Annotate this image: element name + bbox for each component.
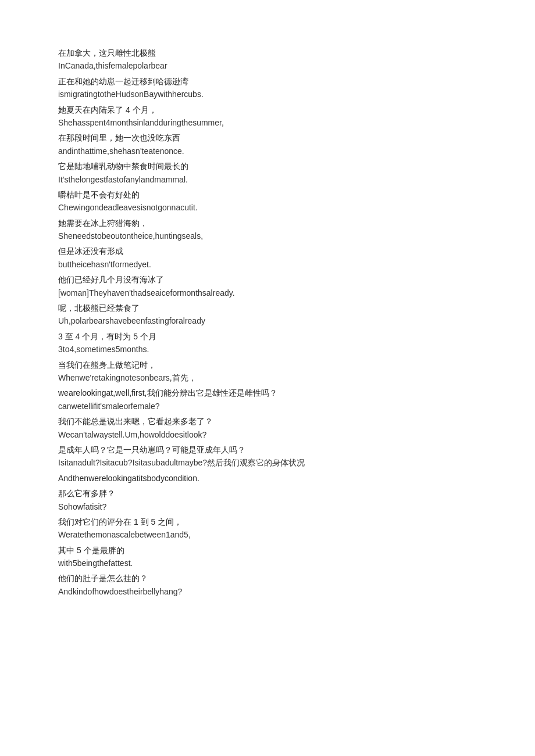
chinese-line-11: 3 至 4 个月，有时为 5 个月 [58,330,477,343]
english-line-12: Whenwe'retakingnotesonbears,首先， [58,371,477,384]
chinese-line-6: 嚼枯叶是不会有好处的 [58,188,477,201]
chinese-line-17: 那么它有多胖？ [58,487,477,500]
text-pair-1: 在加拿大，这只雌性北极熊InCanada,thisfemalepolarbear [58,46,477,73]
english-line-14: Wecan'talwaystell.Um,howolddoesitlook? [58,428,477,441]
english-line-17: Sohowfatisit? [58,500,477,513]
chinese-line-19: 其中 5 个是最胖的 [58,544,477,557]
text-pair-13: wearelookingat,well,first,我们能分辨出它是雄性还是雌性… [58,386,477,413]
main-content: 在加拿大，这只雌性北极熊InCanada,thisfemalepolarbear… [58,46,477,598]
english-line-6: Chewingondeadleavesisnotgonnacutit. [58,201,477,214]
text-pair-9: 他们已经好几个月没有海冰了[woman]Theyhaven'thadseaice… [58,273,477,299]
chinese-line-3: 她夏天在内陆呆了 4 个月， [58,103,477,116]
text-pair-18: 我们对它们的评分在 1 到 5 之间，Weratethemonascalebet… [58,515,477,542]
text-pair-12: 当我们在熊身上做笔记时，Whenwe'retakingnotesonbears,… [58,359,477,385]
text-pair-7: 她需要在冰上狩猎海豹，Sheneedstobeoutontheice,hunti… [58,217,477,243]
chinese-line-20: 他们的肚子是怎么挂的？ [58,572,477,585]
chinese-line-2: 正在和她的幼崽一起迁移到哈德逊湾 [58,75,477,88]
english-line-1: InCanada,thisfemalepolarbear [58,59,477,72]
english-line-10: Uh,polarbearshavebeenfastingforalready [58,314,477,327]
text-pair-16: Andthenwerelookingatitsbodycondition. [58,472,477,485]
text-pair-14: 我们不能总是说出来嗯，它看起来多老了？Wecan'talwaystell.Um,… [58,415,477,441]
english-line-18: Weratethemonascalebetween1and5, [58,528,477,541]
text-pair-6: 嚼枯叶是不会有好处的Chewingondeadleavesisnotgonnac… [58,188,477,214]
english-line-3: Shehasspent4monthsinlandduringthesummer, [58,116,477,129]
chinese-line-1: 在加拿大，这只雌性北极熊 [58,46,477,59]
english-line-7: Sheneedstobeoutontheice,huntingseals, [58,230,477,242]
english-line-20: Andkindofhowdoestheirbellyhang? [58,585,477,598]
english-line-4: andinthattime,shehasn'teatenonce. [58,145,477,157]
english-line-15: Isitanadult?Isitacub?Isitasubadultmaybe?… [58,456,477,469]
english-line-13: canwetellifit'smaleorfemale? [58,400,477,413]
chinese-line-4: 在那段时间里，她一次也没吃东西 [58,131,477,144]
chinese-line-16: Andthenwerelookingatitsbodycondition. [58,472,477,485]
text-pair-17: 那么它有多胖？Sohowfatisit? [58,487,477,513]
english-line-9: [woman]Theyhaven'thadseaiceformonthsalre… [58,286,477,299]
text-pair-4: 在那段时间里，她一次也没吃东西andinthattime,shehasn'tea… [58,131,477,157]
chinese-line-14: 我们不能总是说出来嗯，它看起来多老了？ [58,415,477,428]
text-pair-5: 它是陆地哺乳动物中禁食时间最长的It'sthelongestfastofanyl… [58,160,477,186]
text-pair-8: 但是冰还没有形成buttheicehasn'tformedyet. [58,245,477,271]
text-pair-19: 其中 5 个是最胖的with5beingthefattest. [58,544,477,570]
chinese-line-7: 她需要在冰上狩猎海豹， [58,217,477,230]
text-pair-11: 3 至 4 个月，有时为 5 个月3to4,sometimes5months. [58,330,477,356]
chinese-line-10: 呢，北极熊已经禁食了 [58,302,477,314]
chinese-line-13: wearelookingat,well,first,我们能分辨出它是雄性还是雌性… [58,386,477,399]
text-pair-2: 正在和她的幼崽一起迁移到哈德逊湾ismigratingtotheHudsonBa… [58,75,477,101]
english-line-5: It'sthelongestfastofanylandmammal. [58,173,477,186]
chinese-line-18: 我们对它们的评分在 1 到 5 之间， [58,515,477,528]
text-pair-3: 她夏天在内陆呆了 4 个月，Shehasspent4monthsinlanddu… [58,103,477,130]
chinese-line-12: 当我们在熊身上做笔记时， [58,359,477,371]
text-pair-15: 是成年人吗？它是一只幼崽吗？可能是亚成年人吗？Isitanadult?Isita… [58,443,477,470]
chinese-line-5: 它是陆地哺乳动物中禁食时间最长的 [58,160,477,173]
text-pair-20: 他们的肚子是怎么挂的？Andkindofhowdoestheirbellyhan… [58,572,477,598]
english-line-2: ismigratingtotheHudsonBaywithhercubs. [58,88,477,101]
text-pair-10: 呢，北极熊已经禁食了Uh,polarbearshavebeenfastingfo… [58,302,477,328]
english-line-19: with5beingthefattest. [58,557,477,569]
chinese-line-8: 但是冰还没有形成 [58,245,477,257]
chinese-line-15: 是成年人吗？它是一只幼崽吗？可能是亚成年人吗？ [58,443,477,456]
english-line-11: 3to4,sometimes5months. [58,343,477,356]
english-line-8: buttheicehasn'tformedyet. [58,258,477,271]
chinese-line-9: 他们已经好几个月没有海冰了 [58,273,477,286]
